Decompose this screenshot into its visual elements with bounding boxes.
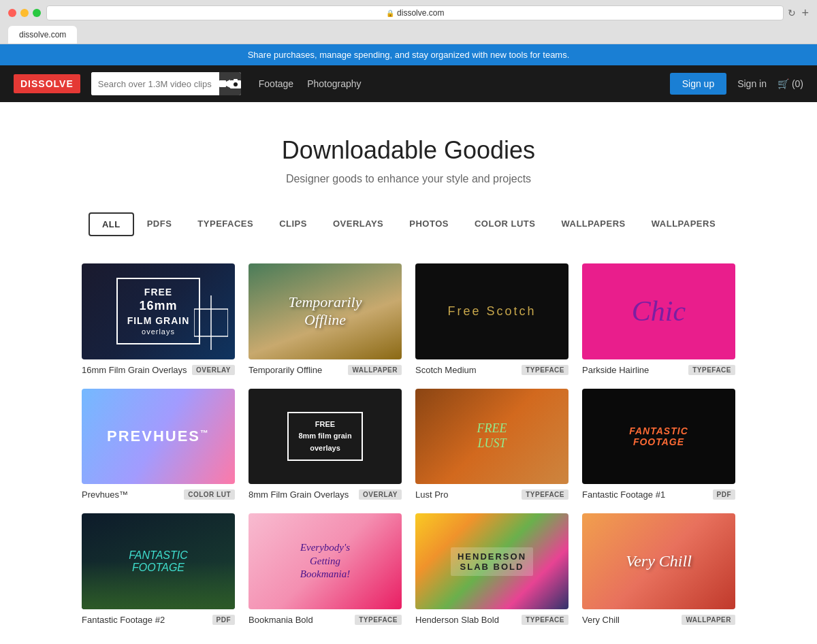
item-name-5: Prevhues™ — [82, 489, 128, 500]
address-bar[interactable]: 🔒 dissolve.com — [46, 5, 784, 20]
grid-item-12[interactable]: Very Chill Very Chill WALLPAPER — [582, 513, 735, 625]
close-button[interactable] — [8, 9, 16, 17]
filter-tab-pdfs[interactable]: PDFS — [134, 212, 185, 236]
item-name-2: Temporarily Offline — [249, 365, 322, 375]
thumb-3: Free Scotch — [415, 263, 568, 359]
thumb-7: FREELUST — [415, 389, 568, 485]
thumb-5: PREVHUES™ — [82, 389, 235, 485]
item-name-12: Very Chill — [582, 615, 620, 625]
filter-tab-photos[interactable]: PHOTOS — [396, 212, 462, 236]
url-text: dissolve.com — [397, 8, 444, 18]
thumb-10: Everybody'sGettingBookmania! — [249, 513, 402, 609]
filter-tab-clips[interactable]: CLIPS — [266, 212, 320, 236]
thumb-11: HENDERSONSLAB BOLD — [415, 513, 568, 609]
item-badge-5: COLOR LUT — [184, 489, 235, 500]
page-content: Downloadable Goodies Designer goods to e… — [0, 102, 817, 644]
traffic-lights — [8, 9, 41, 17]
cart-icon[interactable]: 🛒 (0) — [778, 78, 803, 89]
grid-item-1[interactable]: FREE16mmFILM GRAINoverlays 16mm Film Gra… — [82, 263, 235, 375]
item-badge-9: PDF — [212, 615, 236, 625]
thumb-8: FANTASTICFOOTAGE — [582, 389, 735, 485]
item-name-3: Scotch Medium — [415, 365, 477, 375]
filter-tab-color-luts[interactable]: COLOR LUTS — [462, 212, 549, 236]
item-name-4: Parkside Hairline — [582, 365, 649, 375]
browser-chrome: 🔒 dissolve.com ↻ + dissolve.com — [0, 0, 817, 44]
item-badge-3: TYPEFACE — [522, 365, 568, 375]
grid-item-8[interactable]: FANTASTICFOOTAGE Fantastic Footage #1 PD… — [582, 389, 735, 500]
item-badge-12: WALLPAPER — [682, 615, 735, 625]
thumb-1: FREE16mmFILM GRAINoverlays — [82, 263, 235, 359]
minimize-button[interactable] — [20, 9, 29, 17]
thumb-4: Chic — [582, 263, 735, 359]
photo-search-button[interactable] — [230, 72, 241, 95]
item-badge-4: TYPEFACE — [688, 365, 735, 375]
item-name-7: Lust Pro — [415, 489, 448, 500]
item-name-11: Henderson Slab Bold — [415, 615, 499, 625]
svg-point-3 — [234, 82, 238, 86]
item-badge-2: WALLPAPER — [348, 365, 402, 375]
item-name-9: Fantastic Footage #2 — [82, 615, 165, 625]
item-name-6: 8mm Film Grain Overlays — [249, 489, 349, 500]
thumb-6: FREE8mm film grainoverlays — [249, 389, 402, 485]
item-name-8: Fantastic Footage #1 — [582, 489, 665, 500]
sign-in-link[interactable]: Sign in — [737, 78, 767, 89]
search-input[interactable] — [91, 72, 219, 95]
new-tab-button[interactable]: + — [801, 6, 809, 20]
page-title: Downloadable Goodies — [14, 136, 803, 165]
svg-rect-4 — [234, 79, 238, 81]
item-badge-10: TYPEFACE — [355, 615, 402, 625]
lock-icon: 🔒 — [386, 10, 394, 17]
thumb-2: TemporarilyOffline — [249, 263, 402, 359]
filter-tab-all[interactable]: ALL — [89, 212, 134, 236]
grid-item-5[interactable]: PREVHUES™ Prevhues™ COLOR LUT — [82, 389, 235, 500]
sign-up-button[interactable]: Sign up — [670, 73, 726, 95]
filter-tab-wallpapers-2[interactable]: WALLPAPERS — [639, 212, 728, 236]
video-search-button[interactable] — [219, 72, 230, 95]
page-subtitle: Designer goods to enhance your style and… — [14, 173, 803, 185]
thumb-12: Very Chill — [582, 513, 735, 609]
grid-item-4[interactable]: Chic Parkside Hairline TYPEFACE — [582, 263, 735, 375]
filter-tab-overlays[interactable]: OVERLAYS — [320, 212, 396, 236]
item-badge-1: OVERLAY — [192, 365, 235, 375]
thumb-9: FANTASTICFOOTAGE — [82, 513, 235, 609]
grid-item-9[interactable]: FANTASTICFOOTAGE Fantastic Footage #2 PD… — [82, 513, 235, 625]
maximize-button[interactable] — [33, 9, 41, 17]
item-badge-7: TYPEFACE — [522, 489, 568, 500]
logo[interactable]: DISSOLVE — [14, 74, 80, 93]
grid-item-11[interactable]: HENDERSONSLAB BOLD Henderson Slab Bold T… — [415, 513, 568, 625]
nav-links: Footage Photography — [259, 78, 362, 89]
grid-item-7[interactable]: FREELUST Lust Pro TYPEFACE — [415, 389, 568, 500]
nav-photography[interactable]: Photography — [307, 78, 361, 89]
svg-rect-0 — [219, 80, 226, 87]
item-name-10: Bookmania Bold — [249, 615, 313, 625]
browser-tab[interactable]: dissolve.com — [8, 26, 77, 44]
nav-footage[interactable]: Footage — [259, 78, 293, 89]
items-grid: FREE16mmFILM GRAINoverlays 16mm Film Gra… — [82, 263, 735, 625]
grid-item-2[interactable]: TemporarilyOffline Temporarily Offline W… — [249, 263, 402, 375]
grid-item-3[interactable]: Free Scotch Scotch Medium TYPEFACE — [415, 263, 568, 375]
notification-bar: Share purchases, manage spending, and st… — [0, 44, 817, 65]
nav-right: Sign up Sign in 🛒 (0) — [670, 73, 803, 95]
notification-text: Share purchases, manage spending, and st… — [248, 50, 570, 60]
filter-tab-typefaces[interactable]: TYPEFACES — [185, 212, 266, 236]
grid-item-6[interactable]: FREE8mm film grainoverlays 8mm Film Grai… — [249, 389, 402, 500]
main-nav: DISSOLVE Footage Photography Sign up Sig… — [0, 65, 817, 102]
filter-tabs: ALL PDFS TYPEFACES CLIPS OVERLAYS PHOTOS… — [14, 212, 803, 236]
search-bar — [91, 72, 241, 95]
tab-label: dissolve.com — [19, 30, 66, 39]
filter-tab-wallpapers-1[interactable]: WALLPAPERS — [548, 212, 638, 236]
reload-button[interactable]: ↻ — [788, 7, 796, 18]
item-badge-11: TYPEFACE — [522, 615, 568, 625]
item-badge-8: PDF — [713, 489, 736, 500]
grid-item-10[interactable]: Everybody'sGettingBookmania! Bookmania B… — [249, 513, 402, 625]
item-name-1: 16mm Film Grain Overlays — [82, 365, 187, 375]
item-badge-6: OVERLAY — [359, 489, 402, 500]
